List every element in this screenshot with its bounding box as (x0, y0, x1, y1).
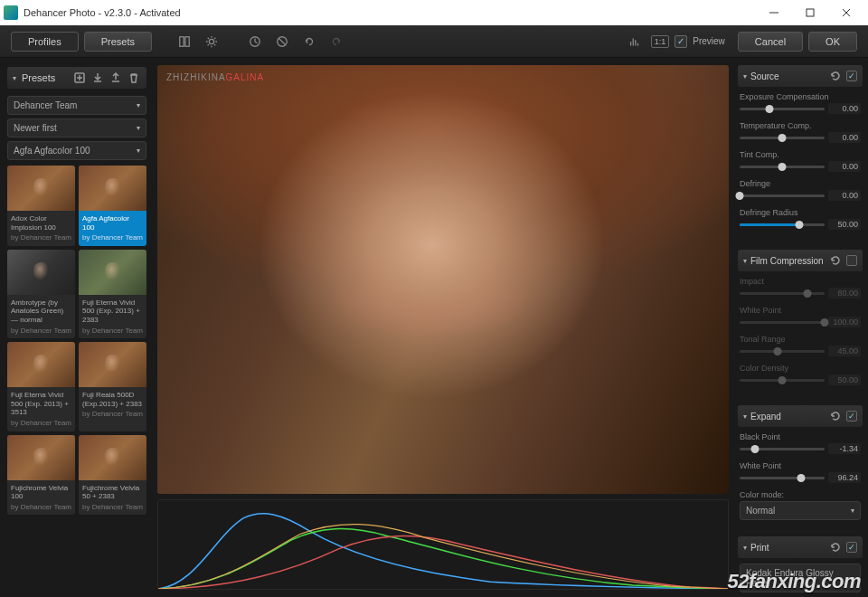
slider[interactable] (740, 194, 825, 197)
section-toggle[interactable] (846, 255, 857, 266)
section-title: Print (750, 543, 825, 553)
control-value[interactable]: 96.24 (828, 472, 861, 483)
control-value[interactable]: 0.00 (828, 161, 861, 172)
control-film compression-3: Color Density 50.00 (740, 364, 861, 385)
control-label: Exposure Compensation (740, 92, 861, 101)
slider[interactable] (740, 166, 825, 168)
preview-checkbox[interactable] (675, 35, 687, 48)
slider[interactable] (740, 477, 825, 479)
adjustments-panel: ▾ Source Exposure Compensation 0.00 Temp… (732, 58, 868, 597)
preset-author: by Dehancer Team (11, 503, 71, 512)
control-value[interactable]: 80.00 (828, 288, 861, 298)
section-header[interactable]: ▾ Source (738, 65, 863, 87)
svg-rect-2 (185, 36, 189, 46)
presets-panel-header[interactable]: ▾ Presets (7, 67, 146, 89)
preset-item-4[interactable]: Fuji Eterna Vivid 500 (Exp. 2013) + 3513… (7, 342, 75, 431)
slider[interactable] (740, 108, 825, 110)
chevron-down-icon: ▾ (137, 101, 140, 109)
preset-item-3[interactable]: Fuji Eterna Vivid 500 (Exp. 2013) + 2383… (79, 250, 146, 338)
slider[interactable] (740, 137, 825, 139)
control-label: Tonal Range (740, 335, 861, 344)
cancel-button[interactable]: Cancel (738, 32, 803, 52)
main-toolbar: Profiles Presets 1:1 Preview Cancel OK (0, 25, 868, 58)
chevron-down-icon: ▾ (137, 124, 140, 132)
ok-button[interactable]: OK (808, 32, 857, 52)
preset-name: Agfa Agfacolor 100 (82, 214, 143, 232)
preset-item-5[interactable]: Fuji Reala 500D (Exp.2013) + 2383 by Deh… (79, 342, 146, 431)
history-icon[interactable] (244, 31, 266, 52)
preset-item-2[interactable]: Ambrotype (by Anatoles Green) — normal b… (7, 250, 75, 338)
preset-item-0[interactable]: Adox Color Implosion 100 by Dehancer Tea… (7, 166, 75, 246)
export-icon[interactable] (108, 71, 123, 85)
control-label: Defringe (740, 179, 861, 188)
control-label: Color Density (740, 364, 861, 373)
preset-author: by Dehancer Team (82, 233, 143, 242)
control-value[interactable]: 50.00 (828, 219, 861, 230)
control-value[interactable]: 0.00 (828, 103, 861, 114)
filter-dropdown-0[interactable]: Dehancer Team▾ (7, 96, 146, 115)
section-toggle[interactable] (846, 71, 857, 81)
filter-dropdown-2[interactable]: Agfa Agfacolor 100▾ (7, 141, 146, 160)
preset-author: by Dehancer Team (82, 327, 143, 336)
collapse-caret-icon: ▾ (13, 74, 16, 82)
image-viewport[interactable]: ZHIZHIKINAGALINA (157, 65, 729, 494)
center-panel: ZHIZHIKINAGALINA (154, 58, 732, 597)
control-value[interactable]: 100.00 (828, 317, 861, 327)
control-expand-1: White Point 96.24 (740, 461, 861, 483)
section-header[interactable]: ▾ Expand (738, 405, 863, 427)
reset-icon[interactable] (828, 409, 843, 423)
preset-name: Fuji Eterna Vivid 500 (Exp. 2013) + 3513 (11, 391, 71, 417)
reset-icon[interactable] (828, 253, 843, 268)
histogram-panel[interactable] (157, 499, 729, 590)
compare-icon[interactable] (174, 31, 195, 52)
section-source: ▾ Source Exposure Compensation 0.00 Temp… (738, 65, 863, 242)
preset-item-7[interactable]: Fujichrome Velvia 50 + 2383 by Dehancer … (79, 435, 146, 516)
control-value[interactable]: -1.34 (828, 443, 861, 454)
color-mode-label: Color mode: (740, 490, 861, 499)
control-value[interactable]: 50.00 (828, 374, 861, 385)
presets-tab[interactable]: Presets (84, 32, 152, 52)
slider[interactable] (740, 223, 825, 226)
slider[interactable] (740, 448, 825, 450)
reset-icon[interactable] (828, 69, 843, 83)
minimize-button[interactable] (756, 0, 792, 25)
preset-name: Fujichrome Velvia 50 + 2383 (82, 484, 143, 501)
control-source-4: Defringe Radius 50.00 (740, 208, 861, 230)
preset-thumbnail (79, 166, 146, 211)
preset-thumbnail (7, 435, 75, 480)
preset-thumbnail (79, 435, 146, 480)
preset-name: Fuji Reala 500D (Exp.2013) + 2383 (82, 391, 143, 408)
section-header[interactable]: ▾ Film Compression (738, 250, 863, 271)
control-label: Defringe Radius (740, 208, 861, 217)
control-value[interactable]: 0.00 (828, 132, 861, 143)
preset-item-6[interactable]: Fujichrome Velvia 100 by Dehancer Team (7, 435, 75, 516)
histogram-icon[interactable] (624, 31, 646, 52)
collapse-caret-icon: ▾ (743, 412, 747, 421)
profiles-tab[interactable]: Profiles (11, 32, 79, 52)
undo-icon[interactable] (298, 31, 320, 52)
redo-icon[interactable] (326, 31, 347, 52)
close-button[interactable] (828, 0, 864, 25)
disable-icon[interactable] (271, 31, 293, 52)
preset-item-1[interactable]: Agfa Agfacolor 100 by Dehancer Team (79, 166, 146, 246)
reset-icon[interactable] (828, 540, 843, 554)
control-value[interactable]: 0.00 (828, 190, 861, 201)
import-icon[interactable] (90, 71, 105, 85)
section-toggle[interactable] (846, 542, 857, 553)
add-preset-icon[interactable] (72, 71, 87, 85)
zoom-ratio[interactable]: 1:1 (651, 35, 670, 48)
print-paper-dropdown[interactable]: Kodak Endura Glossy Paper▾ (740, 564, 861, 592)
control-value[interactable]: 45.00 (828, 346, 861, 356)
control-film compression-0: Impact 80.00 (740, 277, 861, 298)
delete-icon[interactable] (127, 71, 141, 85)
section-toggle[interactable] (846, 411, 857, 422)
filter-dropdown-1[interactable]: Newer first▾ (7, 118, 146, 137)
maximize-button[interactable] (792, 0, 828, 25)
svg-point-3 (209, 39, 213, 43)
section-header[interactable]: ▾ Print (738, 536, 863, 558)
control-label: White Point (740, 461, 861, 470)
section-film compression: ▾ Film Compression Impact 80.00 White Po… (738, 250, 863, 398)
gear-icon[interactable] (201, 31, 222, 52)
color-mode-dropdown[interactable]: Normal▾ (740, 501, 861, 520)
preset-thumbnail (79, 250, 146, 295)
